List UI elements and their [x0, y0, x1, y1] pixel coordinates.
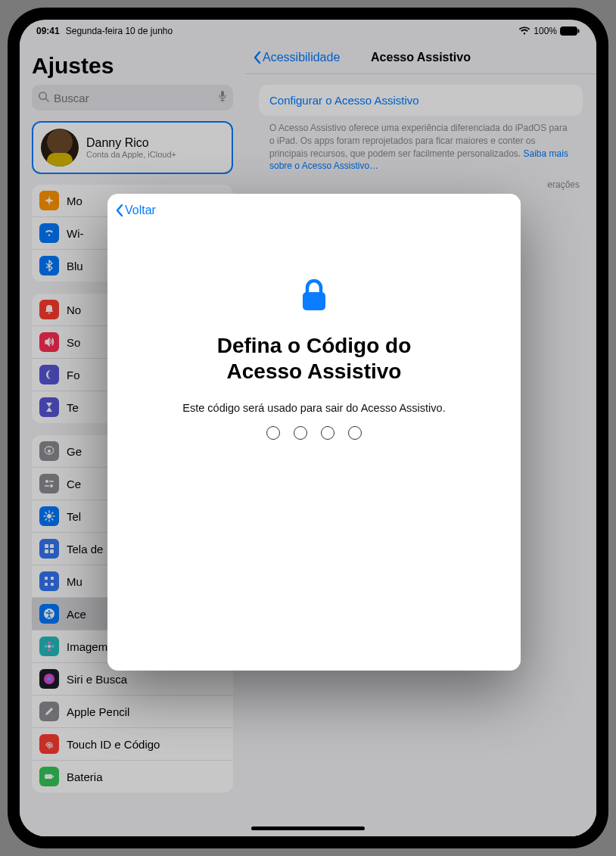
svg-line-18: [52, 512, 54, 514]
svg-line-16: [52, 519, 54, 521]
status-time: 09:41: [36, 26, 60, 36]
sidebar-title: Ajustes: [20, 48, 245, 85]
profile-subtitle: Conta da Apple, iCloud+: [86, 150, 176, 159]
svg-line-15: [45, 512, 47, 514]
sun-icon: [39, 506, 59, 526]
mic-icon[interactable]: [218, 90, 227, 105]
svg-rect-21: [45, 549, 48, 553]
passcode-dot: [294, 426, 307, 440]
sidebar-item-label: Siri e Busca: [67, 673, 127, 686]
configure-assistive-access[interactable]: Configurar o Acesso Assistivo: [259, 85, 583, 116]
pencil-icon: [39, 702, 59, 721]
search-field[interactable]: [32, 85, 233, 111]
sidebar-item[interactable]: Apple Pencil: [32, 696, 233, 728]
svg-rect-25: [45, 583, 48, 586]
sidebar-item-label: Fo: [67, 369, 80, 381]
svg-rect-22: [50, 549, 54, 553]
battery-icon: [39, 767, 59, 786]
grid-icon: [39, 539, 59, 559]
sidebar-item[interactable]: Bateria: [32, 761, 233, 792]
sidebar-item-label: Touch ID e Código: [67, 738, 160, 751]
svg-point-32: [45, 645, 48, 648]
screen: 09:41 Segunda-feira 10 de junho 100% Aju…: [20, 20, 596, 836]
search-input[interactable]: [54, 92, 213, 104]
status-date: Segunda-feira 10 de junho: [66, 26, 173, 36]
trailing-cutoff-text: erações: [259, 173, 583, 191]
svg-rect-24: [51, 577, 54, 580]
svg-rect-0: [561, 27, 577, 36]
svg-rect-26: [51, 583, 54, 586]
svg-point-10: [47, 514, 51, 518]
bluetooth-icon: [39, 256, 59, 275]
svg-rect-36: [53, 776, 54, 778]
status-bar: 09:41 Segunda-feira 10 de junho 100%: [20, 20, 596, 39]
sidebar-item-label: Ce: [67, 478, 81, 490]
sidebar-item-label: Te: [67, 401, 79, 414]
sidebar-item-label: Blu: [67, 260, 83, 272]
svg-line-17: [45, 519, 47, 521]
svg-point-31: [48, 649, 51, 652]
sidebar-item-label: Ge: [67, 445, 82, 458]
configure-label: Configurar o Acesso Assistivo: [269, 94, 419, 107]
airplane-icon: [39, 191, 59, 210]
avatar: [41, 129, 79, 167]
lock-icon: [298, 277, 330, 318]
hourglass-icon: [39, 397, 59, 417]
svg-rect-37: [303, 292, 325, 310]
sidebar-item-label: Apple Pencil: [67, 705, 129, 718]
svg-point-33: [51, 645, 54, 648]
battery-icon: [560, 26, 580, 36]
back-label: Acessibilidade: [263, 51, 340, 64]
passcode-dot: [321, 426, 334, 440]
battery-percentage: 100%: [534, 26, 557, 36]
profile-name: Danny Rico: [86, 136, 176, 150]
modal-back-label: Voltar: [125, 204, 156, 217]
svg-rect-20: [50, 544, 54, 548]
wifi-icon: [518, 26, 530, 36]
sidebar-item-label: Tela de: [67, 543, 103, 556]
passcode-modal: Voltar Defina o Código do Acesso Assisti…: [107, 194, 521, 671]
wifi-icon: [39, 223, 59, 243]
search-icon: [38, 91, 49, 105]
svg-rect-23: [45, 577, 48, 580]
sidebar-item-label: Bateria: [67, 770, 103, 783]
speaker-icon: [39, 332, 59, 352]
svg-line-3: [45, 98, 48, 101]
passcode-dot: [266, 426, 280, 440]
chevron-left-icon: [115, 204, 123, 217]
back-button[interactable]: Acessibilidade: [253, 51, 340, 64]
touchid-icon: [39, 734, 59, 754]
modal-subtitle: Este código será usado para sair do Aces…: [182, 402, 445, 414]
siri-icon: [39, 669, 59, 689]
home-indicator[interactable]: [251, 826, 365, 830]
page-title: Acesso Assistivo: [371, 51, 471, 64]
switches-icon: [39, 474, 59, 493]
modal-back-button[interactable]: Voltar: [115, 204, 156, 217]
svg-rect-35: [45, 774, 52, 779]
svg-rect-19: [45, 544, 48, 548]
chevron-left-icon: [253, 51, 261, 64]
passcode-dot: [348, 426, 362, 440]
passcode-input[interactable]: [266, 426, 362, 440]
gear-icon: [39, 441, 59, 461]
sidebar-item-label: No: [67, 303, 81, 316]
flower-icon: [39, 637, 59, 656]
sidebar-item-label: Mu: [67, 575, 82, 588]
sidebar-item-label: Ace: [67, 608, 86, 621]
svg-point-34: [44, 674, 54, 684]
detail-navbar: Acessibilidade Acesso Assistivo: [245, 41, 596, 74]
sidebar-item[interactable]: Touch ID e Código: [32, 728, 233, 761]
moon-icon: [39, 365, 59, 384]
svg-point-6: [45, 480, 48, 483]
description-text: O Acesso Assistivo oferece uma experiênc…: [259, 116, 583, 173]
ipad-device-frame: 09:41 Segunda-feira 10 de junho 100% Aju…: [8, 8, 608, 848]
apps-icon: [39, 571, 59, 591]
sidebar-item-label: Tel: [67, 510, 81, 523]
svg-rect-1: [578, 30, 580, 33]
svg-point-8: [50, 484, 53, 487]
profile-card[interactable]: Danny Rico Conta da Apple, iCloud+: [32, 121, 233, 174]
modal-title: Defina o Código do Acesso Assistivo: [217, 333, 412, 384]
svg-point-5: [48, 450, 51, 453]
sidebar-item-label: Wi-: [67, 227, 84, 240]
svg-point-29: [48, 645, 51, 648]
